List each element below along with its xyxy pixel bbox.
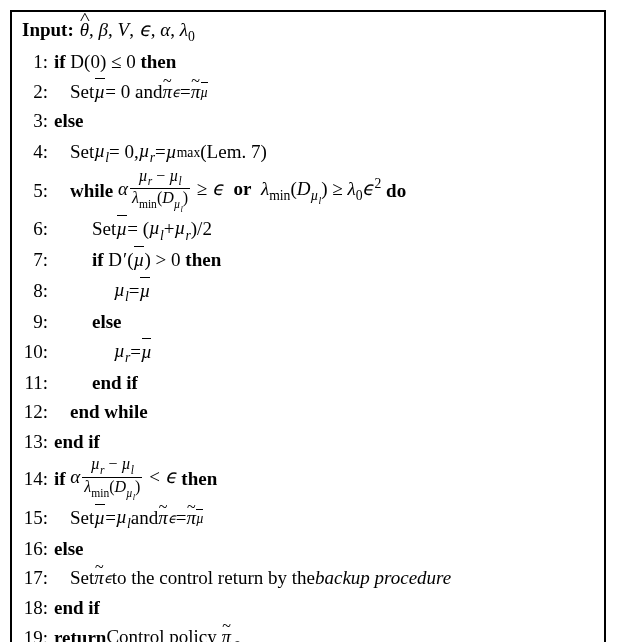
line-number: 18: (20, 593, 48, 622)
line-number: 9: (20, 307, 48, 336)
condition: αµr − µlλmin(Dµl) ≥ ϵ or λmin(Dµl) ≥ λ0ϵ… (118, 168, 381, 213)
keyword-endif: end if (54, 593, 100, 622)
input-params: θ, β, V, ϵ, α, λ0 (80, 16, 195, 47)
line-number: 7: (20, 245, 48, 274)
line-number: 12: (20, 397, 48, 426)
algo-line-4: 4: Set µl = 0, µr = µmax (Lem. 7) (20, 136, 596, 168)
algo-line-13: 13: end if (20, 427, 596, 456)
algo-line-15: 15: Set µ = µl and πϵ = πµ (20, 502, 596, 534)
algo-line-10: 10: µr = µ (20, 336, 596, 368)
algo-line-18: 18: end if (20, 593, 596, 622)
keyword-endif: end if (54, 427, 100, 456)
line-number: 8: (20, 276, 48, 305)
line-body: µr = µ (48, 336, 152, 368)
line-body: Set µl = 0, µr = µmax (Lem. 7) (48, 136, 267, 168)
keyword-then: then (185, 245, 221, 274)
condition: D′(µ) > 0 (108, 245, 180, 274)
line-number: 3: (20, 106, 48, 135)
line-number: 1: (20, 47, 48, 76)
line-body: µl = µ (48, 275, 150, 307)
line-number: 13: (20, 427, 48, 456)
line-number: 5: (20, 176, 48, 205)
line-number: 19: (20, 623, 48, 642)
algo-line-11: 11: end if (20, 368, 596, 397)
keyword-else: else (54, 534, 84, 563)
line-number: 14: (20, 464, 48, 493)
keyword-do: do (386, 176, 406, 205)
algo-line-3: 3: else (20, 106, 596, 135)
algo-line-6: 6: Set µ = (µl + µr)/2 (20, 213, 596, 245)
keyword-return: return (54, 623, 106, 642)
algo-line-1: 1: if D(0) ≤ 0 then (20, 47, 596, 76)
input-label: Input: (22, 16, 74, 45)
input-line: Input: θ, β, V, ϵ, α, λ0 (20, 16, 596, 47)
line-body: Set µ = (µl + µr)/2 (48, 213, 212, 245)
keyword-endwhile: end while (70, 397, 148, 426)
keyword-while: while (70, 176, 113, 205)
keyword-if: if (54, 47, 66, 76)
algorithm-box: Input: θ, β, V, ϵ, α, λ0 1: if D(0) ≤ 0 … (10, 10, 606, 642)
line-number: 6: (20, 214, 48, 243)
algo-line-5: 5: while αµr − µlλmin(Dµl) ≥ ϵ or λmin(D… (20, 168, 596, 213)
algo-line-2: 2: Set µ = 0 and πϵ = πµ (20, 77, 596, 106)
algo-line-12: 12: end while (20, 397, 596, 426)
line-number: 17: (20, 563, 48, 592)
algo-line-7: 7: if D′(µ) > 0 then (20, 245, 596, 274)
algo-line-8: 8: µl = µ (20, 275, 596, 307)
algo-line-19: 19: return Control policy πϵ (20, 622, 596, 642)
condition: D(0) ≤ 0 (70, 47, 135, 76)
keyword-else: else (54, 106, 84, 135)
line-number: 15: (20, 503, 48, 532)
line-number: 4: (20, 137, 48, 166)
algo-line-16: 16: else (20, 534, 596, 563)
line-body: Set µ = 0 and πϵ = πµ (48, 77, 208, 106)
algo-line-9: 9: else (20, 307, 596, 336)
line-number: 11: (20, 368, 48, 397)
keyword-if: if (54, 464, 66, 493)
keyword-if: if (92, 245, 104, 274)
keyword-else: else (92, 307, 122, 336)
line-body: Set πϵ to the control return by the back… (48, 563, 451, 592)
keyword-endif: end if (92, 368, 138, 397)
keyword-then: then (181, 464, 217, 493)
algo-line-14: 14: if αµr − µlλmin(Dµl) < ϵ then (20, 456, 596, 501)
line-body: Set µ = µl and πϵ = πµ (48, 502, 204, 534)
return-value: Control policy πϵ (106, 622, 239, 642)
line-number: 2: (20, 77, 48, 106)
line-number: 16: (20, 534, 48, 563)
line-number: 10: (20, 337, 48, 366)
algo-line-17: 17: Set πϵ to the control return by the … (20, 563, 596, 592)
